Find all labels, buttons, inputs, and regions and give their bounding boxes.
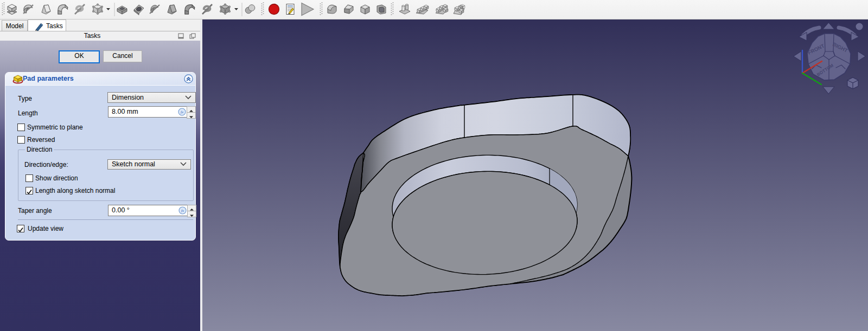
svg-text:fx: fx [181, 110, 184, 114]
svg-text:fx: fx [181, 209, 184, 213]
